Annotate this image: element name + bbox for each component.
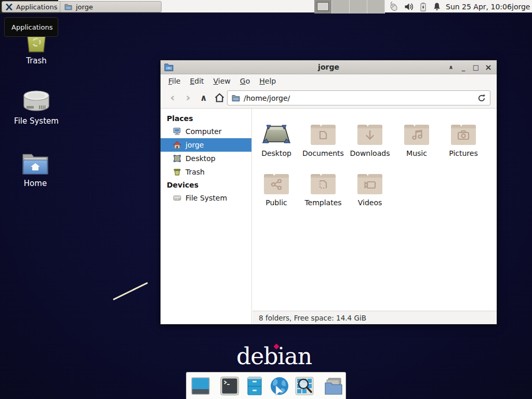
file-label: Pictures (449, 149, 477, 157)
sidebar-item-label: File System (185, 194, 227, 202)
taskbar-window-button[interactable]: jorge (60, 1, 162, 12)
mouse-device-icon[interactable] (389, 2, 400, 12)
reload-icon[interactable] (477, 94, 486, 102)
applications-tooltip: Applications (4, 17, 58, 37)
drive-mini-icon (173, 194, 181, 202)
videos-folder-icon (356, 163, 383, 195)
trash-mini-icon (173, 168, 181, 176)
path-folder-icon (232, 95, 240, 102)
desktop-mini-icon (173, 154, 181, 163)
desktop-icon-home[interactable]: Home (8, 152, 62, 188)
menu-file[interactable]: File (164, 75, 185, 87)
titlebar[interactable]: jorge ∧ _ □ × (161, 60, 497, 74)
templates-folder-icon (310, 163, 337, 195)
file-manager-launcher[interactable] (323, 376, 344, 396)
file-documents[interactable]: Documents (300, 114, 347, 163)
panel-clock[interactable]: Sun 25 Apr, 10:06 (446, 0, 512, 14)
music-folder-icon (403, 114, 430, 146)
window-title: jorge (161, 63, 497, 71)
menu-edit[interactable]: Edit (185, 75, 208, 87)
documents-folder-icon (310, 114, 337, 146)
system-tray (389, 0, 442, 14)
file-templates[interactable]: Templates (300, 163, 347, 212)
debian-logo: debian (236, 343, 312, 369)
statusbar: 8 folders, Free space: 14.4 GiB (252, 311, 497, 324)
dock-panel (186, 372, 346, 399)
workspace-2[interactable] (332, 0, 350, 14)
sidebar-item-label: jorge (185, 141, 204, 149)
file-public[interactable]: Public (253, 163, 300, 212)
desktop-special-icon (261, 114, 291, 146)
maximize-button[interactable]: □ (472, 60, 480, 74)
file-manager-window: jorge ∧ _ □ × File Edit View Go Help ‹ ›… (160, 60, 497, 325)
show-desktop-launcher[interactable] (190, 376, 211, 396)
statusbar-text: 8 folders, Free space: 14.4 GiB (259, 314, 366, 322)
home-folder-icon (21, 152, 49, 176)
sidebar-item-filesystem[interactable]: File System (161, 191, 251, 205)
applications-menu-button[interactable]: Applications (2, 1, 62, 12)
sidebar-item-desktop[interactable]: Desktop (161, 152, 251, 165)
file-label: Videos (358, 198, 382, 207)
file-view[interactable]: Desktop Documents (252, 109, 497, 311)
sidebar-item-jorge[interactable]: jorge (161, 138, 251, 152)
pictures-folder-icon (450, 114, 477, 146)
volume-icon[interactable] (404, 2, 414, 11)
desktop-icon-label: File System (14, 117, 59, 126)
home-icon (214, 92, 225, 103)
file-label: Templates (304, 198, 341, 207)
menu-go[interactable]: Go (235, 75, 255, 87)
sidebar-item-label: Desktop (185, 154, 216, 163)
computer-icon (173, 127, 181, 136)
path-input[interactable]: /home/jorge/ (244, 94, 474, 102)
file-label: Desktop (261, 149, 291, 157)
cursor-artifact (113, 282, 148, 300)
home-button[interactable] (211, 90, 227, 105)
taskbar-window-label: jorge (76, 3, 93, 11)
workspace-4[interactable] (367, 0, 385, 14)
file-label: Downloads (350, 149, 390, 157)
taskbar-folder-icon (64, 4, 72, 10)
path-bar[interactable]: /home/jorge/ (227, 90, 490, 105)
close-button[interactable]: × (484, 60, 493, 74)
desktop-icon-filesystem[interactable]: File System (9, 89, 63, 126)
window-folder-icon (164, 63, 174, 71)
harddrive-icon (22, 89, 50, 113)
file-videos[interactable]: Videos (347, 163, 393, 212)
menu-help[interactable]: Help (255, 75, 281, 87)
panel-user-label[interactable]: jorge (512, 0, 530, 14)
menubar: File Edit View Go Help (161, 74, 497, 87)
file-label: Public (265, 198, 287, 207)
file-pictures[interactable]: Pictures (440, 114, 487, 163)
file-label: Music (406, 149, 427, 157)
back-button[interactable]: ‹ (165, 90, 180, 105)
devices-header: Devices (161, 179, 251, 191)
workspace-3[interactable] (350, 0, 367, 14)
panel-grip-handle[interactable] (54, 0, 58, 14)
sidebar-item-computer[interactable]: Computer (161, 125, 251, 138)
menu-view[interactable]: View (209, 75, 235, 87)
desktop-icon-label: Home (24, 179, 47, 188)
sidebar-item-label: Computer (185, 127, 222, 136)
top-panel: Applications jorge Sun 25 Apr, 10:06 jor… (0, 0, 532, 14)
terminal-launcher[interactable] (219, 376, 240, 396)
public-folder-icon (263, 163, 290, 195)
shade-button[interactable]: ∧ (447, 60, 455, 74)
app-finder-launcher[interactable] (294, 376, 315, 396)
web-browser-launcher[interactable] (269, 376, 290, 396)
up-button[interactable]: ∧ (196, 90, 211, 105)
file-downloads[interactable]: Downloads (347, 114, 393, 163)
sidebar-item-label: Trash (185, 168, 205, 176)
battery-icon[interactable] (419, 2, 428, 12)
sidebar-item-trash[interactable]: Trash (161, 165, 251, 179)
notifications-bell-icon[interactable] (432, 2, 442, 11)
applications-tooltip-text: Applications (11, 23, 52, 31)
forward-button[interactable]: › (180, 90, 196, 105)
desktop-icon-label: Trash (26, 57, 47, 65)
file-cabinet-launcher[interactable] (244, 376, 265, 396)
workspace-window-preview (317, 2, 329, 11)
home-icon (173, 141, 181, 149)
file-desktop[interactable]: Desktop (253, 114, 300, 163)
minimize-button[interactable]: _ (459, 60, 468, 74)
file-music[interactable]: Music (393, 114, 440, 163)
workspace-1[interactable] (314, 0, 332, 14)
